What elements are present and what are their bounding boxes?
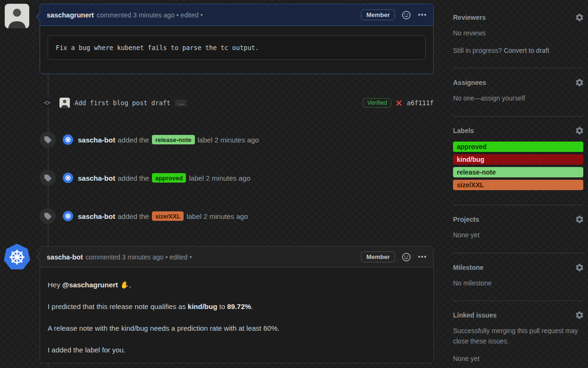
event-text: label 2 minutes ago: [189, 174, 250, 182]
labels-gear-icon[interactable]: [576, 127, 583, 134]
comment-body: Fix a bug where kubenet fails to parse t…: [40, 35, 433, 60]
period: .: [251, 302, 253, 310]
commit-description-expander[interactable]: …: [175, 100, 187, 107]
tag-event-circle: [40, 208, 56, 224]
greeting-text: Hey: [48, 281, 60, 289]
prediction-paragraph: I predicted that this release note quali…: [48, 301, 426, 311]
event-actor-link[interactable]: sascha-bot: [78, 174, 115, 182]
commit-row: Add first blog post draft … Verified a6f…: [40, 95, 434, 110]
comment-header: sascha-bot commented 3 minutes ago • edi…: [40, 247, 433, 268]
smiley-icon: [402, 11, 411, 19]
closing-paragraph: I added the label for you.: [48, 345, 426, 355]
comment-header: saschagrunert commented 3 minutes ago • …: [40, 4, 433, 26]
pr-sidebar: Reviewers No reviews Still in progress? …: [453, 0, 583, 368]
linked-issues-section: Linked issues Successfully merging this …: [453, 301, 583, 368]
avatar-sascha-bot[interactable]: [3, 243, 31, 271]
comment-body: Hey @saschagrunert✋, I predicted that th…: [40, 268, 433, 355]
projects-title: Projects: [453, 216, 479, 223]
mention-link[interactable]: @saschagrunert: [62, 281, 118, 289]
label-event-row: sascha-bot added the approved label 2 mi…: [40, 170, 434, 186]
labels-section: Labels approved kind/bug release-note si…: [453, 117, 583, 205]
linked-issues-title: Linked issues: [453, 311, 497, 319]
reviewers-title: Reviewers: [453, 14, 486, 21]
rule-paragraph: A release note with the kind/bug needs a…: [48, 323, 426, 333]
comment-author-link[interactable]: saschagrunert: [47, 11, 94, 19]
event-text: added the: [118, 212, 149, 220]
tag-icon: [44, 174, 51, 182]
verified-badge[interactable]: Verified: [363, 98, 391, 108]
release-note-code-block: Fix a bug where kubenet fails to parse t…: [48, 35, 426, 60]
kubernetes-wheel-icon: [8, 248, 26, 267]
linked-issues-gear-icon[interactable]: [576, 311, 583, 319]
linked-issues-empty-text: None yet: [453, 354, 583, 364]
sidebar-label-release-note[interactable]: release-note: [453, 167, 583, 177]
comment-author-link[interactable]: sascha-bot: [47, 253, 83, 261]
reviewers-gear-icon[interactable]: [576, 14, 583, 21]
commit-sha-link[interactable]: a6f111f: [407, 99, 434, 107]
comment-options-button[interactable]: ⋯: [418, 255, 427, 259]
projects-gear-icon[interactable]: [576, 216, 583, 223]
comment-caret: [37, 253, 41, 260]
assignees-empty-text: No one—assign yourself: [453, 93, 583, 104]
draft-hint-text: Still in progress?: [453, 47, 502, 54]
assignees-empty-prefix: No one—: [453, 94, 481, 102]
percentage-bold: 89.72%: [227, 302, 251, 310]
event-text: label 2 minutes ago: [198, 136, 259, 144]
bot-avatar[interactable]: [63, 211, 73, 221]
commit-author-avatar[interactable]: [59, 98, 70, 108]
convert-to-draft-link[interactable]: Convert to draft: [504, 47, 549, 54]
kind-bug-bold: kind/bug: [188, 302, 218, 310]
add-reaction-button[interactable]: [402, 253, 411, 261]
milestone-title: Milestone: [453, 264, 484, 271]
label-badge[interactable]: approved: [152, 173, 186, 183]
kubernetes-wheel-icon: [64, 174, 72, 182]
edited-dropdown-caret-icon[interactable]: ▾: [201, 12, 203, 17]
kubernetes-wheel-icon: [64, 212, 72, 220]
event-text: added the: [118, 136, 149, 144]
comment-meta: commented 3 minutes ago • edited: [86, 253, 188, 261]
prediction-text: to: [219, 302, 226, 310]
prediction-text: I predicted that this release note quali…: [48, 302, 186, 310]
sidebar-label-kind-bug[interactable]: kind/bug: [453, 154, 583, 165]
assignees-gear-icon[interactable]: [576, 79, 583, 86]
status-failure-x-icon[interactable]: [395, 100, 403, 107]
tag-icon: [44, 212, 51, 220]
tag-event-circle: [40, 170, 56, 186]
label-badge[interactable]: size/XXL: [152, 211, 184, 221]
comment-options-button[interactable]: ⋯: [418, 13, 427, 17]
assign-yourself-link[interactable]: assign yourself: [481, 94, 525, 102]
commit-message-link[interactable]: Add first blog post draft: [75, 99, 170, 107]
linked-issues-desc: Successfully merging this pull request m…: [453, 326, 583, 346]
event-text: added the: [118, 174, 149, 182]
add-reaction-button[interactable]: [402, 11, 411, 19]
sidebar-label-approved[interactable]: approved: [453, 142, 583, 152]
sidebar-label-size-xxl[interactable]: size/XXL: [453, 180, 583, 190]
git-commit-icon: [42, 98, 53, 108]
milestone-gear-icon[interactable]: [576, 264, 583, 271]
pr-description-comment: saschagrunert commented 3 minutes ago • …: [40, 4, 434, 74]
edited-dropdown-caret-icon[interactable]: ▾: [189, 254, 192, 259]
projects-section: Projects None yet: [453, 205, 583, 253]
tag-event-circle: [40, 132, 56, 148]
projects-empty-text: None yet: [453, 230, 583, 241]
avatar-saschagrunert[interactable]: [5, 4, 29, 28]
event-actor-link[interactable]: sascha-bot: [78, 212, 115, 220]
label-badge[interactable]: release-note: [152, 135, 195, 144]
bot-avatar[interactable]: [63, 173, 73, 183]
label-event-row: sascha-bot added the release-note label …: [40, 132, 434, 148]
labels-title: Labels: [453, 127, 474, 134]
comment-meta: commented 3 minutes ago • edited: [97, 11, 199, 19]
milestone-empty-text: No milestone: [453, 278, 583, 289]
person-avatar-icon: [5, 4, 29, 28]
waving-hand-icon: ✋: [119, 279, 130, 290]
smiley-icon: [402, 253, 411, 261]
member-badge: Member: [361, 9, 395, 20]
bot-avatar[interactable]: [63, 134, 73, 145]
event-actor-link[interactable]: sascha-bot: [78, 136, 115, 144]
draft-hint: Still in progress? Convert to draft: [453, 46, 583, 56]
bot-comment: sascha-bot commented 3 minutes ago • edi…: [40, 246, 434, 363]
reviewers-empty-text: No reviews: [453, 28, 583, 39]
label-event-row: sascha-bot added the size/XXL label 2 mi…: [40, 208, 434, 224]
tag-icon: [44, 136, 51, 143]
assignees-title: Assignees: [453, 79, 486, 86]
